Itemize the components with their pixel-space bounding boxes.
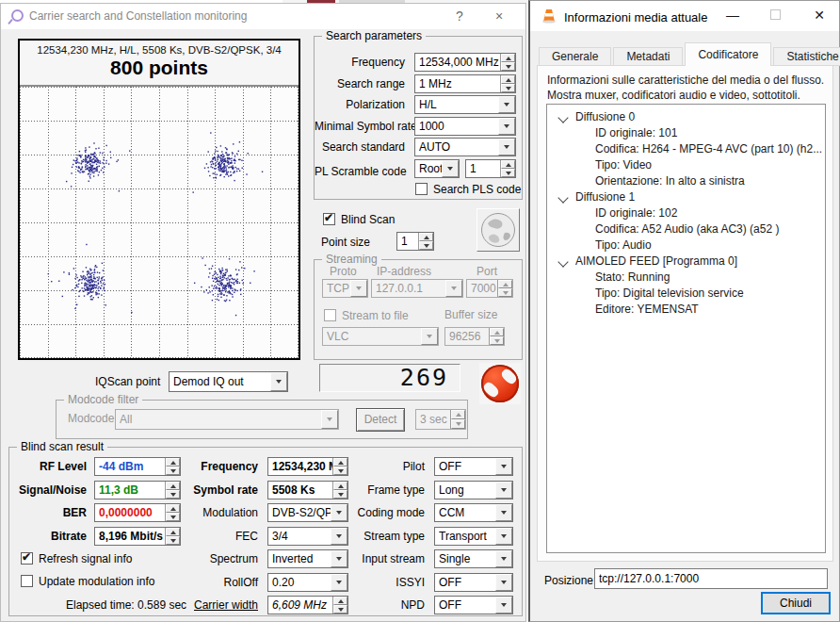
dropdown-arrow-icon[interactable] <box>442 160 459 177</box>
ip-header: IP-address <box>377 265 431 278</box>
search-param-field-3[interactable]: 1000 <box>414 117 516 136</box>
blind-scan-checkbox[interactable] <box>323 213 335 225</box>
map-button[interactable] <box>477 208 520 252</box>
spinner[interactable] <box>500 75 515 92</box>
group-legend: Streaming <box>322 253 381 266</box>
result-right-label-3: Stream type <box>9 527 430 546</box>
pl-scramble-select[interactable]: Root <box>414 159 460 178</box>
tab-codificatore[interactable]: Codificatore <box>685 42 771 66</box>
search-pls-checkbox[interactable] <box>415 183 428 195</box>
search-param-field-0[interactable]: 12534,000 MHz <box>414 53 516 72</box>
window-title: Informazioni media attuale <box>564 10 707 25</box>
tree-child-1-1[interactable]: Codifica: A52 Audio (aka AC3) (a52 ) <box>547 222 825 238</box>
search-param-field-2[interactable]: H/L <box>414 95 516 114</box>
codec-tree[interactable]: Diffusione 0ID originale: 101Codifica: H… <box>546 104 826 553</box>
result-right-field-2[interactable]: CCM <box>434 503 513 522</box>
result-right-field-0[interactable]: OFF <box>434 457 513 476</box>
spinner[interactable] <box>500 160 515 177</box>
tree-parent-0[interactable]: Diffusione 0 <box>547 110 825 126</box>
position-input[interactable] <box>594 568 828 589</box>
magnifier-icon <box>11 9 24 22</box>
modcode-label: Modcode <box>68 412 114 425</box>
description-line-1: Informazioni sulle caratteristiche del m… <box>547 74 824 87</box>
result-right-field-3[interactable]: Transport <box>434 527 513 546</box>
titlebar[interactable]: Carrier search and Constellation monitor… <box>1 4 525 29</box>
tab-metadati[interactable]: Metadati <box>613 47 683 66</box>
tree-parent-1[interactable]: Diffusione 1 <box>547 190 825 206</box>
modcode-select: All <box>115 409 339 430</box>
search-parameters-group: Search parameters Frequency12534,000 MHz… <box>314 36 523 200</box>
points-count: 800 points <box>20 57 299 79</box>
tab-generale[interactable]: Generale <box>539 47 611 66</box>
close-button[interactable]: ✕ <box>803 1 835 30</box>
dropdown-arrow-icon[interactable] <box>498 118 515 135</box>
vlc-cone-icon <box>541 8 557 24</box>
tree-child-2-0[interactable]: Stato: Running <box>547 270 825 286</box>
pl-scramble-value[interactable]: 1 <box>465 159 516 178</box>
search-param-field-1[interactable]: 1 MHz <box>414 74 516 93</box>
help-button[interactable]: ? <box>445 6 474 26</box>
result-right-label-1: Frame type <box>9 481 430 499</box>
counter-display: 269 <box>319 364 460 392</box>
proto-header: Proto <box>330 265 357 278</box>
tree-parent-label: Diffusione 1 <box>575 190 635 204</box>
elapsed-time-label: Elapsed time: 0.589 sec <box>66 598 186 612</box>
dropdown-arrow-icon[interactable] <box>495 550 512 567</box>
tab-statistiche[interactable]: Statistiche <box>773 47 840 66</box>
tree-child-1-2[interactable]: Tipo: Audio <box>547 238 825 254</box>
dropdown-arrow-icon[interactable] <box>495 458 512 475</box>
spinner <box>497 280 512 297</box>
maximize-button[interactable] <box>759 1 791 30</box>
search-param-label-2: Polarization <box>315 95 411 114</box>
dropdown-arrow-icon[interactable] <box>270 372 287 391</box>
spinner[interactable] <box>418 233 433 250</box>
tree-child-label: Editore: YEMENSAT <box>595 303 699 316</box>
result-right-field-1[interactable]: Long <box>434 481 513 499</box>
search-param-label-3: Minimal Symbol rate <box>315 117 411 136</box>
group-legend: Modcode filter <box>64 393 142 406</box>
result-right-field-4[interactable]: Single <box>434 549 513 568</box>
dropdown-arrow-icon[interactable] <box>495 504 512 521</box>
titlebar[interactable]: Informazioni media attuale — ✕ <box>530 1 839 31</box>
tree-parent-2[interactable]: AIMOLED FEED [Programma 0] <box>547 254 825 270</box>
result-right-field-5[interactable]: OFF <box>434 573 513 592</box>
dropdown-arrow-icon[interactable] <box>498 96 515 113</box>
spinner <box>450 410 465 429</box>
dropdown-arrow-icon[interactable] <box>498 139 515 156</box>
streaming-group: Streaming Proto IP-address Port TCP 127.… <box>314 259 523 360</box>
chevron-down-icon[interactable] <box>557 256 568 267</box>
spinner[interactable] <box>500 54 515 71</box>
search-param-field-4[interactable]: AUTO <box>414 138 516 156</box>
detect-interval-field: 3 sec <box>415 409 466 430</box>
tree-child-2-1[interactable]: Tipo: Digital television service <box>547 286 825 303</box>
point-size-field[interactable]: 1 <box>396 232 434 251</box>
dropdown-arrow-icon <box>421 328 438 345</box>
close-button[interactable]: × <box>485 6 513 26</box>
update-modulation-checkbox[interactable] <box>21 575 33 587</box>
stop-button[interactable] <box>479 363 521 404</box>
result-right-field-6[interactable]: OFF <box>434 596 513 614</box>
carrier-search-window: Carrier search and Constellation monitor… <box>0 3 526 622</box>
dropdown-arrow-icon[interactable] <box>495 574 512 591</box>
tree-child-0-0[interactable]: ID originale: 101 <box>547 126 825 142</box>
codec-tab-pane: Informazioni sulle caratteristiche del m… <box>537 65 833 562</box>
dropdown-arrow-icon <box>321 410 338 429</box>
tree-child-2-2[interactable]: Editore: YEMENSAT <box>547 303 825 319</box>
constellation-plot <box>20 87 299 358</box>
close-dialog-button[interactable]: Chiudi <box>761 592 831 614</box>
tree-child-0-1[interactable]: Codifica: H264 - MPEG-4 AVC (part 10) (h… <box>547 142 825 158</box>
description-line-2: Mostra muxer, codificatori audio e video… <box>547 89 800 102</box>
dropdown-arrow-icon[interactable] <box>495 597 512 614</box>
iqscan-select[interactable]: Demod IQ out <box>169 371 288 392</box>
chevron-down-icon[interactable] <box>557 192 568 203</box>
refresh-signal-checkbox[interactable] <box>21 552 33 565</box>
dropdown-arrow-icon <box>445 280 462 297</box>
dropdown-arrow-icon[interactable] <box>495 482 512 499</box>
minimize-button[interactable]: — <box>717 1 749 30</box>
tree-child-0-3[interactable]: Orientazione: In alto a sinistra <box>547 174 825 190</box>
tree-child-0-2[interactable]: Tipo: Video <box>547 158 825 174</box>
tree-child-1-0[interactable]: ID originale: 102 <box>547 206 825 222</box>
dropdown-arrow-icon[interactable] <box>495 528 512 545</box>
chevron-down-icon[interactable] <box>557 112 568 123</box>
refresh-signal-label: Refresh signal info <box>39 552 132 565</box>
